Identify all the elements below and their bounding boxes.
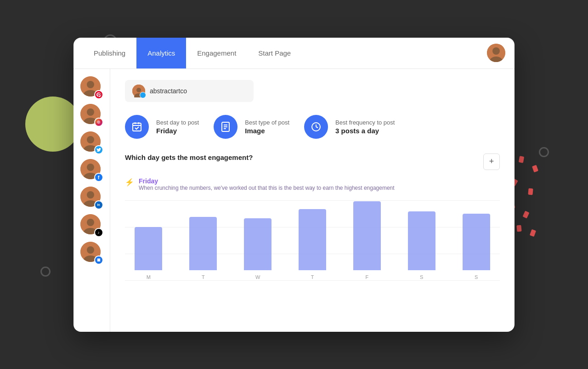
- insight-description: When crunching the numbers, we've worked…: [139, 185, 395, 191]
- svg-point-4: [87, 81, 94, 88]
- bar-F-4: [353, 201, 381, 270]
- chart-section: Which day gets the most engagement? + ⚡ …: [125, 153, 500, 292]
- svg-point-22: [87, 246, 94, 254]
- stat-card-best-type: Best type of post Image: [214, 115, 289, 139]
- bar-label-T-3: T: [311, 273, 314, 281]
- bar-M-0: [135, 227, 162, 270]
- bars-container: MTWTFSS: [125, 200, 500, 292]
- app-window: Publishing Analytics Engagement Start Pa…: [74, 38, 514, 332]
- svg-point-1: [492, 47, 500, 55]
- insight-text: Friday When crunching the numbers, we've…: [139, 177, 395, 191]
- twitter-badge: [94, 145, 103, 154]
- tab-analytics[interactable]: Analytics: [136, 38, 186, 69]
- decoration-dark-circle-3: [539, 147, 549, 157]
- bar-T-3: [299, 209, 326, 270]
- best-frequency-label: Best frequency to post: [335, 119, 395, 126]
- stats-row: Best day to post Friday Bes: [125, 115, 500, 139]
- sidebar: ◎: [74, 69, 110, 332]
- best-frequency-icon: [304, 115, 328, 139]
- account-name: abstractartco: [150, 87, 187, 95]
- stat-card-best-day: Best day to post Friday: [125, 115, 199, 139]
- best-type-label: Best type of post: [245, 119, 289, 126]
- tab-publishing[interactable]: Publishing: [83, 38, 136, 69]
- bar-label-M-0: M: [147, 273, 151, 281]
- sidebar-item-instagram[interactable]: ◎: [80, 104, 103, 127]
- bar-S-6: [463, 214, 490, 270]
- sidebar-item-twitter[interactable]: [80, 131, 103, 154]
- account-selector[interactable]: abstractartco: [125, 80, 254, 102]
- best-frequency-value: 3 posts a day: [335, 127, 395, 135]
- decoration-dark-circle-2: [40, 267, 51, 277]
- chart-header: Which day gets the most engagement? +: [125, 153, 500, 170]
- bar-group-W-2: W: [234, 200, 282, 281]
- add-button[interactable]: +: [483, 153, 500, 170]
- facebook-badge: f: [94, 173, 103, 182]
- account-platform-badge: [140, 92, 146, 98]
- sidebar-item-tiktok[interactable]: ♪: [80, 214, 103, 237]
- sidebar-item-pinterest[interactable]: [80, 76, 103, 99]
- best-day-value: Friday: [156, 127, 199, 135]
- best-frequency-text: Best frequency to post 3 posts a day: [335, 119, 395, 135]
- insight-day: Friday: [139, 177, 395, 185]
- chart-insight: ⚡ Friday When crunching the numbers, we'…: [125, 177, 500, 191]
- bar-W-2: [244, 218, 271, 270]
- content-area: ◎: [74, 69, 514, 332]
- best-type-text: Best type of post Image: [245, 119, 289, 135]
- chart-title: Which day gets the most engagement?: [125, 153, 253, 161]
- tab-engagement[interactable]: Engagement: [186, 38, 247, 69]
- bar-group-S-5: S: [398, 200, 445, 281]
- bar-chart: MTWTFSS: [125, 200, 500, 292]
- best-day-label: Best day to post: [156, 119, 199, 126]
- tab-start-page[interactable]: Start Page: [247, 38, 302, 69]
- main-content: abstractartco Best day: [110, 69, 514, 332]
- svg-point-19: [87, 219, 94, 226]
- account-icon: [132, 85, 145, 97]
- bar-group-F-4: F: [343, 200, 390, 281]
- sidebar-item-calendar[interactable]: ▦: [80, 242, 103, 265]
- best-day-text: Best day to post Friday: [156, 119, 199, 135]
- bar-label-W-2: W: [255, 273, 260, 281]
- bar-group-T-1: T: [180, 200, 227, 281]
- svg-point-7: [87, 108, 94, 116]
- bar-T-1: [189, 217, 217, 270]
- bar-group-S-6: S: [452, 200, 500, 281]
- tiktok-badge: ♪: [94, 228, 103, 237]
- bar-label-T-1: T: [202, 273, 205, 281]
- linkedin-badge: in: [94, 200, 103, 210]
- calendar-badge: ▦: [94, 255, 103, 265]
- bar-label-S-6: S: [475, 273, 478, 281]
- svg-point-10: [87, 136, 94, 143]
- bar-group-M-0: M: [125, 200, 172, 281]
- lightning-icon: ⚡: [125, 178, 134, 187]
- bar-group-T-3: T: [289, 200, 336, 281]
- user-avatar[interactable]: [487, 44, 505, 62]
- best-type-value: Image: [245, 127, 289, 135]
- svg-line-37: [316, 127, 318, 128]
- top-nav: Publishing Analytics Engagement Start Pa…: [74, 38, 514, 69]
- bar-label-S-5: S: [420, 273, 423, 281]
- svg-point-13: [87, 164, 94, 171]
- svg-point-16: [87, 191, 94, 199]
- best-type-icon: [214, 115, 237, 139]
- sidebar-item-facebook[interactable]: f: [80, 159, 103, 182]
- instagram-badge: ◎: [94, 118, 103, 127]
- svg-rect-27: [133, 123, 141, 131]
- sidebar-item-linkedin[interactable]: in: [80, 187, 103, 210]
- svg-point-25: [136, 88, 141, 92]
- bar-S-5: [408, 211, 435, 270]
- decoration-green-circle: [25, 97, 80, 152]
- best-day-icon: [125, 115, 149, 139]
- bar-label-F-4: F: [366, 273, 369, 281]
- pinterest-badge: [94, 90, 103, 99]
- stat-card-best-frequency: Best frequency to post 3 posts a day: [304, 115, 395, 139]
